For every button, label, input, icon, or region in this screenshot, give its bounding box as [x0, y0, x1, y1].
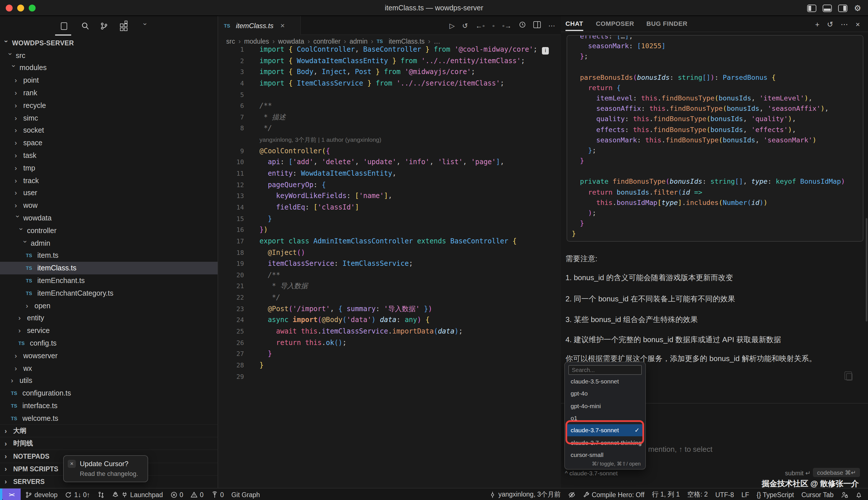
- tree-item-item-ts[interactable]: TSitem.ts: [0, 249, 218, 262]
- tree-item-welcome-ts[interactable]: TSwelcome.ts: [0, 412, 218, 425]
- breadcrumb-more[interactable]: …: [434, 38, 440, 45]
- extensions-icon[interactable]: [119, 21, 129, 31]
- model-search-input[interactable]: Search...: [568, 365, 642, 375]
- codebase-button[interactable]: codebase ⌘↵: [813, 468, 860, 477]
- status-item--typescript[interactable]: {} TypeScript: [757, 491, 794, 498]
- forward-icon[interactable]: ◦→: [502, 22, 512, 30]
- status-item-git-graph[interactable]: Git Graph: [231, 491, 260, 498]
- tree-item-wowdps-server[interactable]: ›WOWDPS-SERVER: [0, 37, 218, 49]
- chat-more-icon[interactable]: ⋯: [841, 20, 848, 29]
- status-item-bell[interactable]: [855, 491, 862, 498]
- toggle-primary-sidebar-icon[interactable]: [808, 4, 816, 12]
- tree-item-itemclass-ts[interactable]: TSitemClass.ts: [0, 262, 218, 275]
- tree-item-controller[interactable]: ›controller: [0, 225, 218, 237]
- tree-item-wx[interactable]: ›wx: [0, 362, 218, 375]
- play-icon[interactable]: ▷: [449, 22, 455, 30]
- tree-item-user[interactable]: ›user: [0, 187, 218, 200]
- tree-item-itemenchantcategory-ts[interactable]: TSitemEnchantCategory.ts: [0, 287, 218, 300]
- split-icon[interactable]: [533, 21, 541, 30]
- tree-item-socket[interactable]: ›socket: [0, 124, 218, 137]
- toggle-secondary-sidebar-icon[interactable]: [838, 4, 848, 12]
- clock-icon[interactable]: [519, 21, 526, 30]
- tree-item-point[interactable]: ›point: [0, 74, 218, 87]
- chat-scrollbar[interactable]: [866, 218, 867, 321]
- toggle-panel-icon[interactable]: [823, 4, 832, 12]
- tree-item-modules[interactable]: ›modules: [0, 62, 218, 74]
- tree-item-space[interactable]: ›space: [0, 137, 218, 149]
- model-selector[interactable]: ^ claude-3.7-sonnet: [565, 469, 618, 476]
- breadcrumb-item[interactable]: wowdata: [278, 38, 304, 45]
- breadcrumb-item[interactable]: admin: [350, 38, 368, 45]
- tree-item-itemenchant-ts[interactable]: TSitemEnchant.ts: [0, 274, 218, 287]
- copy-message-icon[interactable]: [846, 373, 853, 380]
- tree-item-tmp[interactable]: ›tmp: [0, 162, 218, 174]
- model-option-claude-3.7-sonnet-thinking[interactable]: claude-3.7-sonnet-thinking: [566, 436, 644, 448]
- tree-item-recycle[interactable]: ›recycle: [0, 99, 218, 112]
- remote-indicator[interactable]: ><: [2, 489, 21, 500]
- status-item-personlock[interactable]: [841, 491, 848, 498]
- tree-item-wowserver[interactable]: ›wowserver: [0, 350, 218, 362]
- status-item-yangxinlong-3个月前[interactable]: yangxinlong, 3个月前: [489, 490, 561, 499]
- tree-item-utils[interactable]: ›utils: [0, 375, 218, 387]
- chat-input-placeholder[interactable]: mention, ↑ to select: [648, 445, 712, 454]
- model-option-claude-3.7-sonnet[interactable]: claude-3.7-sonnet✓: [566, 424, 644, 436]
- status-item-develop[interactable]: develop: [25, 491, 58, 498]
- tree-item-entity[interactable]: ›entity: [0, 312, 218, 325]
- back-icon[interactable]: ←◦: [475, 22, 485, 30]
- submit-hint[interactable]: submit ↵: [785, 469, 811, 477]
- model-option-claude-3.5-sonnet[interactable]: claude-3.5-sonnet: [566, 375, 644, 387]
- toast-link[interactable]: Read the changelog.: [80, 470, 138, 477]
- model-option-cursor-small[interactable]: cursor-small: [566, 449, 644, 461]
- status-item-compare[interactable]: [98, 491, 104, 498]
- editor-group[interactable]: TS itemClass.ts × ▷↺←◦◦◦→⋯ src›modules›w…: [218, 16, 561, 488]
- settings-gear-icon[interactable]: ⚙: [854, 4, 861, 12]
- chat-tab-composer[interactable]: COMPOSER: [596, 20, 634, 27]
- chat-history-icon[interactable]: ↺: [827, 20, 833, 29]
- tree-item-src[interactable]: ›src: [0, 49, 218, 62]
- chat-close-icon[interactable]: ×: [856, 20, 860, 29]
- editor-tab-itemclass[interactable]: TS itemClass.ts ×: [218, 16, 301, 35]
- breadcrumb-file[interactable]: itemClass.ts: [389, 38, 424, 45]
- inlay-hint-icon[interactable]: i: [542, 47, 549, 55]
- status-item-0[interactable]: 0: [170, 491, 183, 498]
- tree-item-wow[interactable]: ›wow: [0, 200, 218, 212]
- tab-close-icon[interactable]: ×: [281, 21, 285, 30]
- breadcrumb-item[interactable]: modules: [244, 38, 269, 45]
- status-item-eyeoff[interactable]: [568, 491, 575, 498]
- status-item-行-1-列-1[interactable]: 行 1, 列 1: [652, 490, 680, 499]
- tree-item-rank[interactable]: ›rank: [0, 87, 218, 99]
- source-control-icon[interactable]: [99, 21, 109, 31]
- breadcrumb-item[interactable]: controller: [313, 38, 340, 45]
- tree-item-task[interactable]: ›task: [0, 149, 218, 162]
- chat-tab-chat[interactable]: CHAT: [566, 20, 583, 27]
- status-item-1-0-[interactable]: 1↓ 0↑: [65, 491, 90, 498]
- model-option-gpt-4o-mini[interactable]: gpt-4o-mini: [566, 400, 644, 412]
- history-icon[interactable]: ↺: [462, 22, 468, 30]
- status-item-utf-8[interactable]: UTF-8: [715, 491, 734, 498]
- status-item-launchpad[interactable]: Launchpad: [112, 491, 163, 498]
- more-icon[interactable]: ⋯: [548, 22, 555, 30]
- tree-item-track[interactable]: ›track: [0, 174, 218, 187]
- sidebar-more-chevron-icon[interactable]: ›: [140, 21, 150, 31]
- sidebar-section-大纲[interactable]: ›大纲: [0, 424, 218, 437]
- status-item-cursor-tab[interactable]: Cursor Tab: [801, 491, 834, 498]
- search-icon[interactable]: [80, 21, 90, 31]
- model-option-o1[interactable]: o1: [566, 412, 644, 424]
- tree-item-wowdata[interactable]: ›wowdata: [0, 212, 218, 225]
- explorer-icon[interactable]: [59, 21, 69, 31]
- sidebar-section-时间线[interactable]: ›时间线: [0, 437, 218, 450]
- status-item-compile-hero-off[interactable]: Compile Hero: Off: [582, 491, 644, 498]
- tree-item-admin[interactable]: ›admin: [0, 237, 218, 250]
- new-chat-icon[interactable]: +: [815, 20, 820, 29]
- tree-item-open[interactable]: ›open: [0, 299, 218, 312]
- tree-item-simc[interactable]: ›simc: [0, 112, 218, 125]
- tree-item-configuration-ts[interactable]: TSconfiguration.ts: [0, 387, 218, 400]
- tree-item-config-ts[interactable]: TSconfig.ts: [0, 337, 218, 350]
- breadcrumb-item[interactable]: src: [226, 38, 235, 45]
- dot-icon[interactable]: ◦: [492, 22, 495, 30]
- code-editor[interactable]: 1import { CoolController, BaseController…: [218, 44, 561, 382]
- status-item-空格-2[interactable]: 空格: 2: [687, 490, 708, 499]
- status-item-lf[interactable]: LF: [741, 491, 749, 498]
- toast-close-icon[interactable]: ×: [68, 460, 76, 468]
- status-item-0[interactable]: 0: [191, 491, 204, 498]
